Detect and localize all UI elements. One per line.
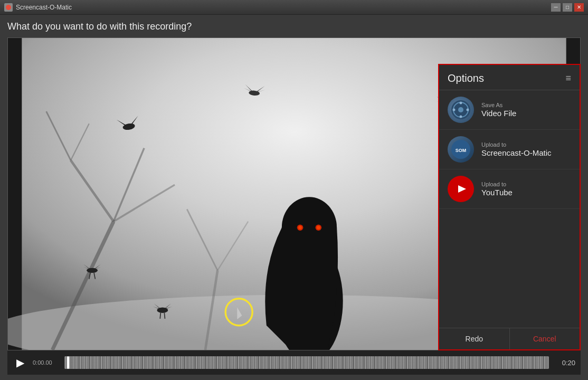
upload-som-option[interactable]: SOM Upload to Screencast-O-Matic bbox=[439, 130, 580, 169]
svg-point-41 bbox=[467, 109, 469, 111]
svg-line-31 bbox=[160, 312, 160, 319]
video-label-main: Video File bbox=[481, 109, 516, 118]
som-icon: SOM bbox=[448, 136, 474, 163]
svg-point-40 bbox=[453, 109, 456, 111]
window-title: Screencast-O-Matic bbox=[16, 4, 551, 11]
som-label-top: Upload to bbox=[481, 141, 552, 148]
time-end: 0:20 bbox=[554, 359, 575, 367]
main-content: Options ≡ Save As bbox=[7, 37, 581, 350]
svg-point-22 bbox=[317, 226, 320, 230]
youtube-label-main: YouTube bbox=[481, 188, 513, 197]
waveform-fill bbox=[64, 356, 549, 369]
svg-point-37 bbox=[458, 107, 463, 112]
svg-point-27 bbox=[87, 268, 98, 273]
waveform[interactable] bbox=[64, 356, 549, 369]
time-start: 0:00.00 bbox=[33, 359, 59, 366]
options-footer: Redo Cancel bbox=[439, 328, 580, 349]
minimize-button[interactable]: ─ bbox=[551, 3, 561, 12]
svg-point-39 bbox=[460, 116, 462, 118]
save-as-video-option[interactable]: Save As Video File bbox=[439, 90, 580, 130]
maximize-button[interactable]: □ bbox=[563, 3, 572, 12]
video-file-icon bbox=[448, 97, 474, 123]
som-text: Upload to Screencast-O-Matic bbox=[481, 141, 552, 157]
page-title: What do you want to do with this recordi… bbox=[7, 21, 581, 32]
play-button[interactable]: ▶ bbox=[13, 355, 27, 370]
cancel-button[interactable]: Cancel bbox=[510, 328, 580, 349]
svg-point-38 bbox=[460, 102, 462, 104]
close-button[interactable]: ✕ bbox=[574, 3, 584, 12]
options-title: Options bbox=[448, 72, 484, 84]
svg-point-0 bbox=[6, 5, 11, 10]
progress-handle[interactable] bbox=[67, 356, 69, 369]
title-bar: Screencast-O-Matic ─ □ ✕ bbox=[0, 0, 588, 15]
video-file-text: Save As Video File bbox=[481, 102, 516, 118]
hamburger-menu-icon[interactable]: ≡ bbox=[565, 73, 571, 84]
redo-button[interactable]: Redo bbox=[439, 328, 510, 349]
svg-line-32 bbox=[164, 312, 165, 319]
video-label-top: Save As bbox=[481, 102, 516, 108]
progress-bar-container[interactable] bbox=[64, 355, 549, 370]
window-controls: ─ □ ✕ bbox=[551, 3, 584, 12]
youtube-label-top: Upload to bbox=[481, 181, 513, 187]
svg-point-30 bbox=[157, 307, 168, 312]
app-container: What do you want to do with this recordi… bbox=[0, 15, 588, 380]
youtube-icon bbox=[448, 176, 474, 202]
youtube-text: Upload to YouTube bbox=[481, 181, 513, 197]
app-icon bbox=[4, 3, 13, 12]
options-panel: Options ≡ Save As bbox=[438, 64, 581, 350]
svg-point-21 bbox=[298, 226, 302, 230]
playback-controls: ▶ 0:00.00 0:20 bbox=[7, 350, 581, 375]
options-header: Options ≡ bbox=[439, 65, 580, 90]
upload-youtube-option[interactable]: Upload to YouTube bbox=[439, 169, 580, 209]
som-label-main: Screencast-O-Matic bbox=[481, 148, 552, 157]
svg-text:SOM: SOM bbox=[456, 148, 467, 153]
